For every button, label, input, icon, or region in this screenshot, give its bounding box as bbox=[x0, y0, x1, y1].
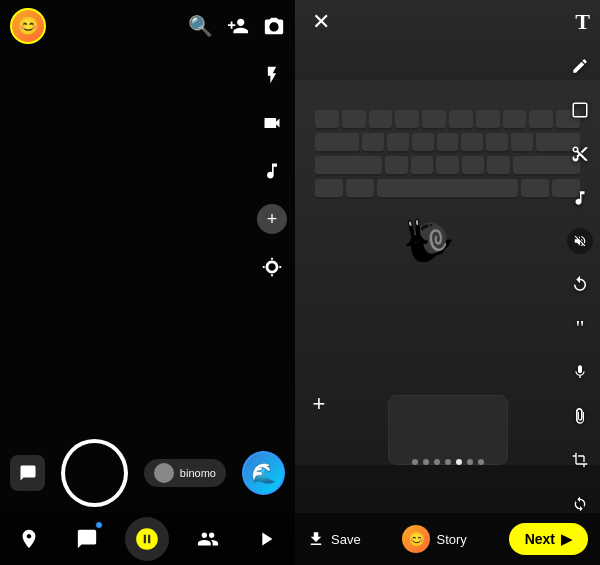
music-tool-icon[interactable] bbox=[566, 184, 594, 212]
camera-controls: binomo 🌊 bbox=[0, 439, 295, 507]
music-icon[interactable] bbox=[257, 156, 287, 186]
mute-icon[interactable] bbox=[567, 228, 593, 254]
key bbox=[436, 156, 458, 174]
focus-icon[interactable] bbox=[257, 252, 287, 282]
add-friend-icon[interactable] bbox=[227, 15, 249, 37]
key bbox=[411, 156, 433, 174]
save-button[interactable]: Save bbox=[307, 530, 361, 548]
key bbox=[437, 133, 459, 151]
gallery-thumb[interactable]: 🌊 bbox=[242, 451, 285, 495]
snail-sticker[interactable]: 🐌 bbox=[398, 211, 458, 268]
lens-selector[interactable]: binomo bbox=[144, 459, 226, 487]
key bbox=[476, 110, 500, 128]
camera-flip-icon[interactable] bbox=[263, 15, 285, 37]
crop-icon[interactable] bbox=[566, 446, 594, 474]
save-label: Save bbox=[331, 532, 361, 547]
story-button[interactable]: 😊 Story bbox=[402, 525, 466, 553]
edit-toolbar: " bbox=[566, 52, 594, 518]
key bbox=[511, 133, 533, 151]
plus-button[interactable]: + bbox=[257, 204, 287, 234]
key bbox=[315, 179, 343, 197]
right-bottom-bar: Save 😊 Story Next ▶ bbox=[295, 513, 600, 565]
key bbox=[503, 110, 527, 128]
mic-icon[interactable] bbox=[566, 358, 594, 386]
bottom-nav bbox=[0, 513, 295, 565]
key bbox=[461, 133, 483, 151]
nav-chat[interactable] bbox=[67, 519, 107, 559]
rotate-icon[interactable] bbox=[566, 270, 594, 298]
nav-friends[interactable] bbox=[188, 519, 228, 559]
key bbox=[315, 133, 359, 151]
trackpad bbox=[388, 395, 508, 465]
progress-dot-3 bbox=[434, 459, 440, 465]
progress-dot-7 bbox=[478, 459, 484, 465]
pencil-icon[interactable] bbox=[566, 52, 594, 80]
key bbox=[387, 133, 409, 151]
nav-snap-center[interactable] bbox=[125, 517, 169, 561]
sticker-tool-icon[interactable] bbox=[566, 96, 594, 124]
key bbox=[462, 156, 484, 174]
video-icon[interactable] bbox=[257, 108, 287, 138]
key bbox=[385, 156, 407, 174]
progress-dot-5-active bbox=[456, 459, 462, 465]
key bbox=[487, 156, 509, 174]
key bbox=[412, 133, 434, 151]
scissors-icon[interactable] bbox=[566, 140, 594, 168]
key bbox=[362, 133, 384, 151]
flash-icon[interactable] bbox=[257, 60, 287, 90]
story-label: Story bbox=[436, 532, 466, 547]
right-top-bar: ✕ T bbox=[295, 0, 600, 44]
close-button[interactable]: ✕ bbox=[305, 6, 337, 38]
next-button[interactable]: Next ▶ bbox=[509, 523, 588, 555]
chat-notification-dot bbox=[95, 521, 103, 529]
next-arrow-icon: ▶ bbox=[561, 531, 572, 547]
sticker-button[interactable] bbox=[10, 455, 45, 491]
progress-dots bbox=[412, 459, 484, 465]
key bbox=[449, 110, 473, 128]
key bbox=[346, 179, 374, 197]
key bbox=[342, 110, 366, 128]
camera-sidebar: + bbox=[257, 60, 287, 282]
nav-map[interactable] bbox=[9, 519, 49, 559]
key bbox=[521, 179, 549, 197]
left-panel: 😊 🔍 + bbox=[0, 0, 295, 565]
top-icons-right: 🔍 bbox=[188, 14, 285, 38]
key bbox=[315, 110, 339, 128]
user-avatar[interactable]: 😊 bbox=[10, 8, 46, 44]
text-tool-button[interactable]: T bbox=[575, 9, 590, 35]
key bbox=[422, 110, 446, 128]
progress-dot-4 bbox=[445, 459, 451, 465]
key bbox=[315, 156, 382, 174]
key bbox=[486, 133, 508, 151]
progress-dot-1 bbox=[412, 459, 418, 465]
progress-dot-6 bbox=[467, 459, 473, 465]
key bbox=[529, 110, 553, 128]
right-panel: 🐌 ✕ T " bbox=[295, 0, 600, 565]
keyboard-image bbox=[295, 80, 600, 465]
key bbox=[369, 110, 393, 128]
key bbox=[377, 179, 518, 197]
add-button[interactable]: + bbox=[303, 388, 335, 420]
search-icon[interactable]: 🔍 bbox=[188, 14, 213, 38]
left-top-bar: 😊 🔍 bbox=[0, 0, 295, 52]
next-label: Next bbox=[525, 531, 555, 547]
progress-dot-2 bbox=[423, 459, 429, 465]
svg-rect-0 bbox=[573, 103, 587, 117]
paperclip-icon[interactable] bbox=[566, 402, 594, 430]
quote-icon[interactable]: " bbox=[566, 314, 594, 342]
key bbox=[395, 110, 419, 128]
story-avatar: 😊 bbox=[402, 525, 430, 553]
nav-discover[interactable] bbox=[246, 519, 286, 559]
lens-label: binomo bbox=[180, 467, 216, 479]
lens-avatar bbox=[154, 463, 174, 483]
shutter-button[interactable] bbox=[61, 439, 128, 507]
